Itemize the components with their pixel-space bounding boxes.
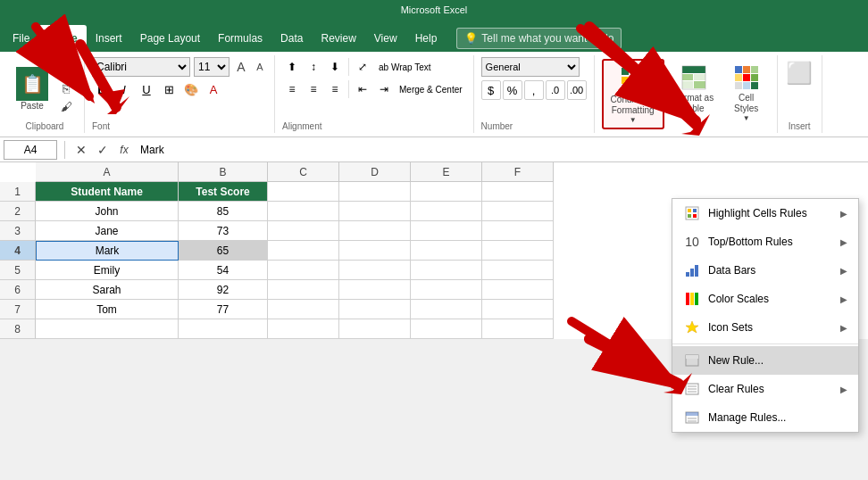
cell-a4[interactable]: Mark — [36, 241, 179, 261]
align-bottom-button[interactable]: ⬇ — [325, 57, 345, 77]
row-header-5[interactable]: 5 — [0, 261, 36, 280]
cell-c5[interactable] — [268, 261, 339, 280]
cell-d1[interactable] — [339, 182, 411, 202]
menu-item-manage-rules[interactable]: Manage Rules... — [672, 403, 858, 432]
cell-f1[interactable] — [482, 182, 554, 202]
insert-function-icon[interactable]: fx — [115, 144, 133, 156]
cell-a8[interactable] — [36, 319, 179, 339]
number-format-select[interactable]: General — [481, 57, 580, 77]
tab-insert[interactable]: Insert — [87, 25, 131, 52]
italic-button[interactable]: I — [114, 79, 134, 99]
font-name-select[interactable]: Calibri — [92, 57, 190, 77]
col-header-a[interactable]: A — [36, 162, 179, 182]
cell-e8[interactable] — [411, 319, 482, 339]
row-header-3[interactable]: 3 — [0, 221, 36, 241]
tab-formulas[interactable]: Formulas — [209, 25, 271, 52]
cell-c3[interactable] — [268, 221, 339, 241]
cell-b7[interactable]: 77 — [179, 300, 268, 319]
cell-f4[interactable] — [482, 241, 554, 261]
font-color-button[interactable]: A — [204, 79, 223, 99]
cancel-formula-icon[interactable]: ✕ — [72, 143, 90, 157]
cell-b1[interactable]: Test Score — [179, 182, 268, 202]
cell-d4[interactable] — [339, 241, 411, 261]
cell-a5[interactable]: Emily — [36, 261, 179, 280]
confirm-formula-icon[interactable]: ✓ — [94, 143, 112, 157]
row-header-8[interactable]: 8 — [0, 319, 36, 339]
cell-b8[interactable] — [179, 319, 268, 339]
cut-button[interactable]: ✂ — [55, 62, 77, 79]
cell-b6[interactable]: 92 — [179, 280, 268, 300]
tell-me-box[interactable]: 💡 Tell me what you want to do — [456, 28, 622, 49]
cell-d2[interactable] — [339, 202, 411, 221]
bold-button[interactable]: B — [92, 79, 112, 99]
decrease-indent-button[interactable]: ⇤ — [353, 79, 372, 99]
wrap-text-button[interactable]: ab Wrap Text — [374, 57, 436, 77]
cell-f5[interactable] — [482, 261, 554, 280]
menu-item-highlight-rules[interactable]: Highlight Cells Rules ▶ — [672, 199, 858, 228]
comma-button[interactable]: , — [524, 80, 544, 100]
cell-d8[interactable] — [339, 319, 411, 339]
increase-font-button[interactable]: A — [233, 59, 249, 75]
cell-b3[interactable]: 73 — [179, 221, 268, 241]
fill-color-button[interactable]: 🎨 — [181, 79, 201, 99]
tab-view[interactable]: View — [365, 25, 406, 52]
cell-b2[interactable]: 85 — [179, 202, 268, 221]
angle-text-button[interactable]: ⤢ — [353, 57, 372, 77]
cell-c7[interactable] — [268, 300, 339, 319]
align-middle-button[interactable]: ↕ — [304, 57, 323, 77]
menu-item-clear-rules[interactable]: Clear Rules ▶ — [672, 375, 858, 403]
cell-c6[interactable] — [268, 280, 339, 300]
tab-help[interactable]: Help — [406, 25, 447, 52]
underline-button[interactable]: U — [137, 79, 156, 99]
col-header-c[interactable]: C — [268, 162, 339, 182]
increase-indent-button[interactable]: ⇥ — [374, 79, 394, 99]
cell-styles-button[interactable]: CellStyles ▼ — [723, 59, 770, 126]
row-header-6[interactable]: 6 — [0, 280, 36, 300]
col-header-b[interactable]: B — [179, 162, 268, 182]
cell-reference-box[interactable] — [4, 140, 57, 160]
cell-d7[interactable] — [339, 300, 411, 319]
menu-item-data-bars[interactable]: Data Bars ▶ — [672, 256, 858, 285]
format-as-table-button[interactable]: Format asTable ▼ — [668, 59, 720, 126]
align-center-button[interactable]: ≡ — [304, 79, 323, 99]
col-header-d[interactable]: D — [339, 162, 411, 182]
align-left-button[interactable]: ≡ — [282, 79, 302, 99]
cell-a2[interactable]: John — [36, 202, 179, 221]
cell-f8[interactable] — [482, 319, 554, 339]
cell-b5[interactable]: 54 — [179, 261, 268, 280]
cell-c4[interactable] — [268, 241, 339, 261]
row-header-7[interactable]: 7 — [0, 300, 36, 319]
paste-button[interactable]: 📋 Paste — [13, 65, 52, 112]
cell-f3[interactable] — [482, 221, 554, 241]
percent-button[interactable]: % — [503, 80, 522, 100]
tab-file[interactable]: File — [4, 25, 38, 52]
align-right-button[interactable]: ≡ — [325, 79, 345, 99]
cell-a3[interactable]: Jane — [36, 221, 179, 241]
cell-c8[interactable] — [268, 319, 339, 339]
menu-item-new-rule[interactable]: New Rule... — [672, 346, 858, 375]
cell-e6[interactable] — [411, 280, 482, 300]
merge-center-button[interactable]: Merge & Center — [396, 79, 466, 99]
cell-d5[interactable] — [339, 261, 411, 280]
cell-e2[interactable] — [411, 202, 482, 221]
cell-d3[interactable] — [339, 221, 411, 241]
cell-e4[interactable] — [411, 241, 482, 261]
align-top-button[interactable]: ⬆ — [282, 57, 302, 77]
formula-input[interactable] — [137, 140, 864, 160]
format-painter-button[interactable]: 🖌 — [55, 98, 77, 114]
tab-page-layout[interactable]: Page Layout — [131, 25, 209, 52]
decrease-font-button[interactable]: A — [253, 60, 267, 74]
col-header-e[interactable]: E — [411, 162, 482, 182]
row-header-4[interactable]: 4 — [0, 241, 36, 261]
tab-review[interactable]: Review — [312, 25, 364, 52]
cell-f6[interactable] — [482, 280, 554, 300]
cell-d6[interactable] — [339, 280, 411, 300]
cell-a1[interactable]: Student Name — [36, 182, 179, 202]
cell-f2[interactable] — [482, 202, 554, 221]
currency-button[interactable]: $ — [481, 80, 501, 100]
cell-e7[interactable] — [411, 300, 482, 319]
cell-c2[interactable] — [268, 202, 339, 221]
menu-item-top-bottom[interactable]: 10 Top/Bottom Rules ▶ — [672, 228, 858, 256]
menu-item-color-scales[interactable]: Color Scales ▶ — [672, 285, 858, 313]
cell-b4[interactable]: 65 — [179, 241, 268, 261]
